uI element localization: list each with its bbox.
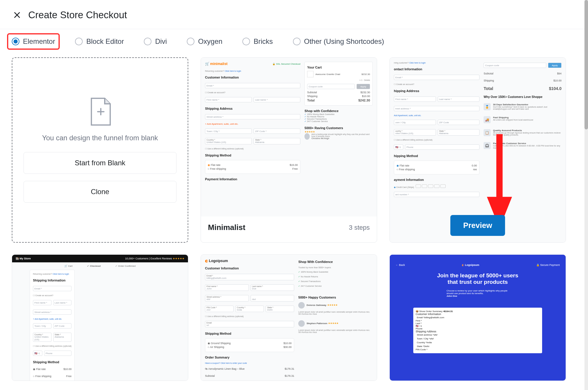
tab-block-editor[interactable]: Block Editor — [71, 34, 128, 49]
radio-icon — [293, 38, 301, 45]
tab-other[interactable]: Other (Using Shortcodes) — [289, 34, 388, 49]
template-thumbnail: 🛒 minimalist🔒 SSL Secured Checkout Retur… — [201, 58, 377, 216]
template-card-logoipsum-blue[interactable]: ← Back◐ Logoipsum🔒 Secure Payment Join t… — [389, 254, 566, 381]
template-name: Minimalist — [208, 223, 245, 232]
clone-button[interactable]: Clone — [24, 181, 176, 203]
builder-tabs: Elementor Block Editor Divi Oxygen Brick… — [0, 29, 588, 53]
blank-template-card: You can design the funnel from blank Sta… — [12, 57, 188, 243]
template-thumbnail: ◐ Logoipsum Customer Information Email *… — [201, 255, 377, 381]
template-card-mystore[interactable]: 🏬 My Store10,000+ Customers | Excellent … — [12, 254, 188, 381]
scrollbar-thumb[interactable] — [584, 0, 588, 129]
template-thumbnail: ← Back◐ Logoipsum🔒 Secure Payment Join t… — [390, 255, 566, 381]
start-from-blank-button[interactable]: Start from Blank — [24, 152, 176, 174]
modal-header: Create Store Checkout — [0, 0, 588, 29]
radio-icon — [12, 38, 19, 45]
tab-elementor[interactable]: Elementor — [8, 34, 59, 49]
radio-icon — [187, 38, 194, 45]
template-card-shoppe[interactable]: rning customer? Click here to login onta… — [389, 57, 566, 243]
template-card-minimalist[interactable]: 🛒 minimalist🔒 SSL Secured Checkout Retur… — [201, 57, 377, 243]
blank-document-icon — [88, 97, 112, 127]
radio-icon — [242, 38, 250, 45]
radio-icon — [144, 38, 151, 45]
page-title: Create Store Checkout — [28, 9, 127, 21]
tab-bricks[interactable]: Bricks — [238, 34, 277, 49]
template-card-logoipsum-light[interactable]: ◐ Logoipsum Customer Information Email *… — [201, 254, 377, 381]
template-thumbnail: 🏬 My Store10,000+ Customers | Excellent … — [12, 255, 188, 381]
radio-icon — [75, 38, 83, 45]
tab-oxygen[interactable]: Oxygen — [183, 34, 226, 49]
blank-description: You can design the funnel from blank — [42, 134, 158, 142]
close-icon[interactable] — [13, 11, 21, 19]
tab-divi[interactable]: Divi — [140, 34, 171, 49]
template-steps: 3 steps — [349, 224, 370, 231]
preview-button[interactable]: Preview — [450, 215, 505, 236]
